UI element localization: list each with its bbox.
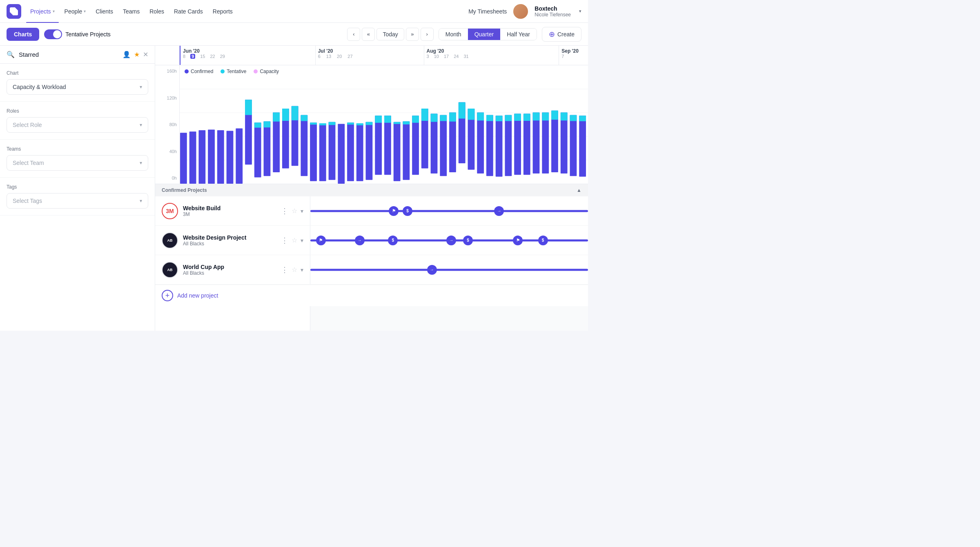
gantt-flag-2[interactable]: [513, 236, 523, 245]
gantt-arrow-1[interactable]: [355, 236, 365, 245]
next-button[interactable]: »: [406, 28, 419, 41]
today-button[interactable]: Today: [376, 28, 404, 40]
svg-rect-34: [347, 122, 354, 125]
add-project-row[interactable]: + Add new project: [155, 285, 588, 306]
halfyear-view-button[interactable]: Half Year: [500, 29, 537, 40]
gantt-dollar-3[interactable]: [538, 236, 548, 245]
nav-item-teams[interactable]: Teams: [119, 6, 144, 17]
search-input[interactable]: [19, 51, 118, 58]
gantt-dollar-1[interactable]: [388, 236, 398, 245]
chart-select[interactable]: Capacity & Workload ▾: [7, 79, 148, 95]
star-icon[interactable]: ☆: [292, 207, 297, 215]
gantt-area-1: [310, 196, 588, 226]
gantt-flag-marker[interactable]: [389, 206, 399, 216]
charts-button[interactable]: Charts: [7, 28, 39, 41]
more-options-icon[interactable]: ⋮: [281, 207, 288, 216]
project-actions: ⋮ ☆ ▾: [281, 265, 303, 274]
sidebar: 🔍 👤 ★ ✕ Chart Capacity & Workload ▾ Role…: [0, 46, 155, 331]
gantt-dollar-2[interactable]: [463, 236, 473, 245]
svg-rect-26: [310, 122, 317, 181]
svg-rect-27: [310, 122, 317, 125]
svg-rect-60: [468, 109, 475, 120]
gantt-area-3: [310, 255, 588, 285]
month-jun: Jun '20 8 9 15 22 29: [180, 46, 315, 65]
tentative-toggle[interactable]: [44, 29, 62, 39]
gantt-arrow-2[interactable]: [446, 236, 456, 245]
expand-icon[interactable]: ▾: [301, 267, 303, 273]
nav-arrows: ‹ « Today » ›: [347, 28, 433, 41]
tags-filter-label: Tags: [7, 184, 148, 190]
svg-rect-69: [514, 114, 521, 175]
svg-rect-14: [254, 122, 261, 177]
plus-icon: ⊕: [549, 30, 555, 39]
month-sep: Sep '20 7: [559, 46, 588, 65]
collapse-icon[interactable]: ▲: [577, 187, 581, 193]
svg-rect-42: [384, 116, 391, 122]
svg-rect-73: [533, 112, 540, 173]
prev-far-button[interactable]: ‹: [347, 28, 360, 41]
more-options-icon[interactable]: ⋮: [281, 265, 288, 274]
search-icon: 🔍: [7, 51, 15, 58]
user-filter-icon[interactable]: 👤: [122, 51, 131, 58]
svg-rect-7: [198, 130, 205, 184]
expand-icon[interactable]: ▾: [301, 237, 303, 244]
gantt-dollar-marker[interactable]: [403, 206, 412, 216]
next-far-button[interactable]: ›: [421, 28, 434, 41]
month-view-button[interactable]: Month: [439, 29, 468, 40]
tentative-dot: [220, 69, 225, 73]
nav-item-reports[interactable]: Reports: [209, 6, 237, 17]
user-info: Boxtech Nicole Tiefensee: [535, 5, 571, 18]
toolbar: Charts Tentative Projects ‹ « Today » › …: [0, 23, 588, 46]
project-info-website-build: 3M Website Build 3M ⋮ ☆ ▾: [155, 196, 310, 225]
nav-item-people[interactable]: People ▾: [60, 6, 90, 17]
y-axis: 160h 120h 80h 40h 0h: [155, 65, 180, 184]
svg-rect-17: [264, 121, 271, 127]
project-actions: ⋮ ☆ ▾: [281, 236, 303, 245]
project-client: All Blacks: [183, 270, 276, 276]
quarter-view-button[interactable]: Quarter: [468, 29, 500, 40]
more-options-icon[interactable]: ⋮: [281, 236, 288, 245]
chart-legend: Confirmed Tentative Capacity: [185, 69, 279, 74]
prev-button[interactable]: «: [362, 28, 375, 41]
star-icon[interactable]: ☆: [292, 266, 297, 274]
gantt-flag-1[interactable]: [316, 236, 326, 245]
teams-select[interactable]: Select Team ▾: [7, 155, 148, 171]
expand-icon[interactable]: ▾: [301, 208, 303, 214]
svg-rect-76: [542, 112, 549, 120]
nav-item-clients[interactable]: Clients: [91, 6, 117, 17]
close-icon[interactable]: ✕: [143, 51, 148, 58]
svg-rect-72: [523, 114, 530, 121]
create-button[interactable]: ⊕ Create: [542, 27, 581, 42]
star-icon[interactable]: ☆: [292, 236, 297, 244]
tags-select[interactable]: Select Tags ▾: [7, 193, 148, 209]
svg-rect-19: [273, 112, 280, 121]
project-name: Website Build: [183, 205, 276, 211]
chevron-down-icon: ▾: [140, 84, 142, 90]
user-name: Boxtech: [535, 5, 571, 12]
svg-rect-40: [375, 116, 382, 122]
svg-rect-46: [403, 121, 410, 124]
tags-filter: Tags Select Tags ▾: [0, 178, 155, 216]
svg-rect-24: [301, 115, 307, 176]
y-label-0: 0h: [158, 176, 177, 180]
nav-item-projects[interactable]: Projects ▾: [26, 6, 59, 17]
star-filter-icon[interactable]: ★: [134, 51, 140, 58]
legend-confirmed: Confirmed: [185, 69, 213, 74]
user-menu-chevron-icon[interactable]: ▾: [579, 9, 581, 14]
gantt-arrow-3[interactable]: [427, 265, 437, 275]
svg-rect-6: [189, 131, 196, 184]
logo[interactable]: [7, 4, 21, 19]
svg-rect-43: [394, 122, 401, 181]
timesheets-link[interactable]: My Timesheets: [468, 8, 507, 15]
avatar[interactable]: [513, 4, 528, 19]
project-actions: ⋮ ☆ ▾: [281, 207, 303, 216]
timeline-header: Jun '20 8 9 15 22 29 Jul '20 6 13 20: [155, 46, 588, 65]
project-logo-ab2: AB: [162, 262, 178, 278]
confirmed-label: Confirmed: [191, 69, 213, 74]
nav-item-ratecards[interactable]: Rate Cards: [170, 6, 207, 17]
nav-item-roles[interactable]: Roles: [145, 6, 168, 17]
gantt-arrow-marker[interactable]: [494, 206, 504, 216]
project-details-website-build: Website Build 3M: [183, 205, 276, 217]
roles-select[interactable]: Select Role ▾: [7, 117, 148, 133]
gantt-bar-3: [310, 269, 588, 271]
